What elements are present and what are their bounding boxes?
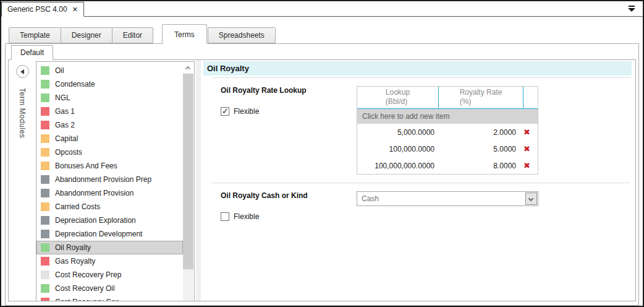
list-item-abandonment-provision-prep[interactable]: Abandonment Provision Prep (36, 173, 183, 186)
list-item-label: Abandonment Provision (55, 189, 133, 197)
cash-or-kind-left: Oil Royalty Cash or Kind Flexible (203, 191, 357, 221)
list-item-abandonment-provision[interactable]: Abandonment Provision (36, 186, 183, 200)
chevron-down-icon (528, 196, 533, 201)
list-item-capital[interactable]: Capital (36, 132, 183, 145)
column-header-royalty-rate[interactable]: Royalty Rate (%) (439, 87, 523, 108)
terms-content-frame: Default Term Modules Oil Condensate NGL … (5, 43, 639, 306)
chevron-up-icon (185, 66, 190, 71)
list-item-opcosts[interactable]: Opcosts (36, 145, 183, 159)
dropdown-selected-value: Cash (357, 192, 538, 205)
list-item-carried-costs[interactable]: Carried Costs (36, 200, 183, 214)
chevron-down-icon (628, 8, 635, 12)
rate-value-cell[interactable]: 2.0000 (439, 128, 516, 137)
delete-row-icon[interactable]: ✖ (516, 144, 538, 154)
list-item-oil[interactable]: Oil (36, 64, 183, 77)
rate-lookup-grid: Lookup (Bbl/d) Royalty Rate (%) Click he… (357, 86, 538, 175)
list-item-label: Depreciation Development (55, 230, 142, 238)
tab-list-dropdown-bar (629, 6, 635, 7)
collapse-panel-button[interactable] (16, 65, 29, 78)
divider (212, 77, 630, 78)
sub-tab-strip: Default (6, 44, 638, 59)
list-item-label: Carried Costs (55, 202, 100, 211)
module-color-chip (41, 298, 49, 301)
list-item-label: Gas 2 (55, 121, 75, 129)
column-header-actions (523, 87, 538, 108)
rate-lookup-section: Oil Royalty Rate Lookup Flexible Lookup … (203, 86, 632, 175)
tab-default[interactable]: Default (11, 45, 53, 60)
list-item-ngl[interactable]: NGL (36, 91, 183, 105)
document-tab-bar: Generic PSC 4.00 ✕ (1, 1, 643, 17)
list-item-label: Cost Recovery Prep (55, 270, 121, 279)
tab-template[interactable]: Template (9, 27, 61, 43)
tab-terms[interactable]: Terms (162, 24, 207, 44)
default-content-frame: Term Modules Oil Condensate NGL Gas 1 Ga… (8, 59, 636, 301)
list-item-label: Oil Royalty (55, 243, 91, 252)
list-item-gas-1[interactable]: Gas 1 (36, 105, 183, 118)
rate-lookup-label: Oil Royalty Rate Lookup (221, 86, 357, 95)
flexible-checkbox[interactable] (221, 107, 229, 116)
list-item-depreciation-exploration[interactable]: Depreciation Exploration (36, 214, 183, 227)
tab-designer[interactable]: Designer (61, 27, 112, 43)
panel-splitter[interactable] (196, 60, 201, 301)
list-item-label: Abandonment Provision Prep (55, 175, 151, 184)
scrollbar-thumb[interactable] (183, 74, 193, 269)
list-item-cost-recovery-oil[interactable]: Cost Recovery Oil (36, 282, 183, 295)
oil-royalty-detail-panel: Oil Royalty Oil Royalty Rate Lookup Flex… (202, 60, 635, 301)
tab-spreadsheets[interactable]: Spreadsheets (208, 27, 276, 43)
column-header-lookup[interactable]: Lookup (Bbl/d) (357, 87, 439, 108)
rate-value-cell[interactable]: 8.0000 (439, 162, 516, 170)
module-color-chip (41, 243, 49, 252)
module-color-chip (41, 257, 49, 266)
list-item-gas-royalty[interactable]: Gas Royalty (36, 254, 183, 268)
list-item-condensate[interactable]: Condensate (36, 77, 183, 91)
list-item-label: NGL (55, 93, 70, 102)
add-new-item-row[interactable]: Click here to add new item (357, 109, 538, 124)
column-header-line1: Lookup (386, 88, 410, 97)
list-item-cost-recovery-gas[interactable]: Cost Recovery Gas (36, 295, 183, 301)
divider (212, 183, 630, 183)
scrollbar-up-button[interactable] (183, 63, 193, 73)
list-item-label: Oil (55, 66, 64, 75)
flexible-checkbox-label: Flexible (234, 107, 259, 116)
lookup-value-cell[interactable]: 100,000,000.0000 (357, 162, 439, 170)
document-tab[interactable]: Generic PSC 4.00 ✕ (1, 2, 84, 17)
table-row: 100,000.0000 5.0000 ✖ (357, 141, 538, 157)
dropdown-button[interactable] (525, 192, 537, 205)
tab-editor[interactable]: Editor (112, 27, 153, 43)
module-color-chip (41, 230, 49, 238)
tab-designer-label: Designer (72, 31, 101, 40)
cash-or-kind-dropdown[interactable]: Cash (357, 191, 538, 206)
list-item-label: Gas Royalty (55, 257, 95, 266)
cash-or-kind-label: Oil Royalty Cash or Kind (221, 191, 357, 200)
module-color-chip (41, 162, 49, 170)
rate-lookup-flexible-row[interactable]: Flexible (221, 107, 357, 116)
list-item-label: Capital (55, 134, 78, 143)
list-item-bonuses-and-fees[interactable]: Bonuses And Fees (36, 159, 183, 173)
list-item-cost-recovery-prep[interactable]: Cost Recovery Prep (36, 268, 183, 282)
tab-list-dropdown-icon[interactable] (628, 6, 635, 12)
module-color-chip (41, 216, 49, 225)
cash-or-kind-flexible-row[interactable]: Flexible (221, 212, 357, 221)
list-item-label: Gas 1 (55, 107, 75, 116)
list-scrollbar[interactable] (183, 63, 193, 301)
flexible-checkbox[interactable] (221, 212, 229, 221)
module-color-chip (41, 121, 49, 129)
module-color-chip (41, 175, 49, 184)
flexible-checkbox-label: Flexible (234, 212, 259, 221)
term-modules-list-items: Oil Condensate NGL Gas 1 Gas 2 Capital O… (36, 62, 194, 301)
tab-terms-label: Terms (174, 30, 195, 39)
list-item-gas-2[interactable]: Gas 2 (36, 118, 183, 132)
rate-value-cell[interactable]: 5.0000 (439, 145, 516, 154)
delete-row-icon[interactable]: ✖ (516, 128, 538, 137)
lookup-value-cell[interactable]: 5,000.0000 (357, 128, 439, 137)
list-item-depreciation-development[interactable]: Depreciation Development (36, 227, 183, 241)
list-item-oil-royalty[interactable]: Oil Royalty (36, 241, 183, 254)
chevron-left-icon (20, 69, 24, 74)
term-modules-panel-title: Term Modules (18, 88, 27, 138)
delete-row-icon[interactable]: ✖ (516, 161, 538, 170)
lookup-value-cell[interactable]: 100,000.0000 (357, 145, 439, 154)
close-icon[interactable]: ✕ (72, 6, 78, 14)
column-header-line2: (Bbl/d) (386, 97, 407, 106)
list-item-label: Cost Recovery Oil (55, 284, 115, 293)
table-row: 5,000.0000 2.0000 ✖ (357, 124, 538, 141)
